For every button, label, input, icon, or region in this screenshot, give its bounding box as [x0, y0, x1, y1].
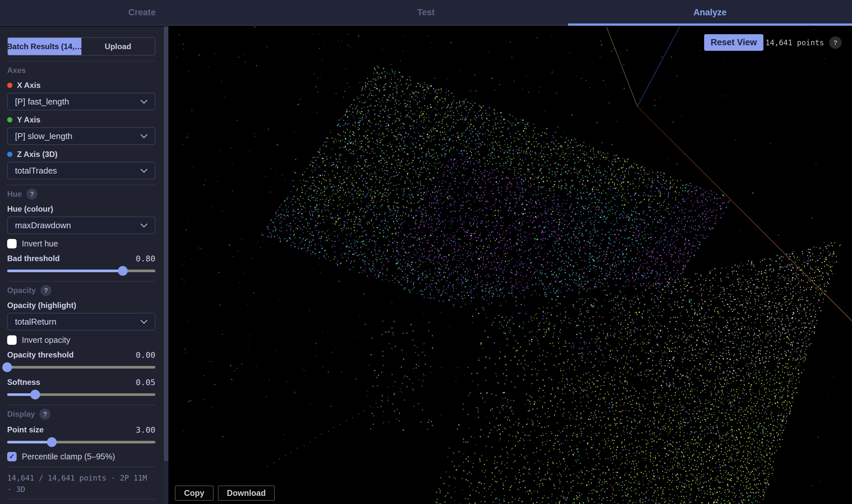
- percentile-clamp-checkbox[interactable]: [7, 452, 17, 461]
- slider-thumb[interactable]: [47, 437, 57, 447]
- percentile-clamp-label: Percentile clamp (5–95%): [22, 452, 115, 461]
- batch-results-tab[interactable]: Batch Results (14,…: [8, 38, 82, 55]
- invert-opacity-checkbox[interactable]: [7, 335, 17, 345]
- slider-thumb[interactable]: [118, 266, 128, 276]
- x-axis-select[interactable]: [P] fast_length: [7, 93, 155, 110]
- softness-label: Softness: [7, 377, 40, 387]
- point-size-value: 3.00: [136, 425, 155, 435]
- divider: [7, 185, 155, 185]
- opacity-threshold-row: Opacity threshold 0.00: [7, 350, 155, 360]
- hue-colour-label: Hue (colour): [7, 204, 155, 214]
- x-axis-label: X Axis: [17, 81, 40, 90]
- z-axis-label: Z Axis (3D): [17, 150, 57, 159]
- bad-threshold-value: 0.80: [136, 254, 155, 264]
- opacity-threshold-label: Opacity threshold: [7, 350, 74, 360]
- x-axis-value: [P] fast_length: [15, 97, 69, 107]
- chevron-down-icon: [140, 320, 147, 324]
- y-axis-label: Y Axis: [17, 115, 40, 124]
- axes-header-label: Axes: [7, 66, 26, 75]
- export-buttons: Copy Download: [175, 485, 275, 501]
- point-size-slider[interactable]: [7, 437, 155, 447]
- softness-slider[interactable]: [7, 390, 155, 399]
- top-nav: Create Test Analyze: [0, 0, 852, 26]
- tab-test[interactable]: Test: [284, 0, 568, 25]
- points-help-icon[interactable]: ?: [829, 36, 841, 49]
- opacity-header-label: Opacity: [7, 286, 36, 295]
- plot-area: Reset View 14,641 points ? Copy Download: [168, 26, 852, 504]
- y-axis-value: [P] slow_length: [15, 131, 72, 141]
- opacity-highlight-select[interactable]: totalReturn: [7, 313, 155, 330]
- invert-hue-checkbox[interactable]: [7, 239, 17, 248]
- divider: [7, 61, 155, 61]
- hue-colour-select[interactable]: maxDrawdown: [7, 217, 155, 234]
- reset-view-button[interactable]: Reset View: [704, 34, 763, 51]
- hue-colour-value: maxDrawdown: [15, 220, 71, 231]
- copy-button[interactable]: Copy: [175, 485, 214, 501]
- bad-threshold-label: Bad threshold: [7, 254, 59, 264]
- chevron-down-icon: [140, 134, 147, 138]
- invert-opacity-row[interactable]: Invert opacity: [7, 335, 155, 345]
- tab-analyze[interactable]: Analyze: [568, 0, 852, 25]
- display-section-header: Display ?: [7, 409, 155, 420]
- display-help-icon[interactable]: ?: [39, 409, 51, 420]
- percentile-clamp-row[interactable]: Percentile clamp (5–95%): [7, 452, 155, 461]
- point-size-row: Point size 3.00: [7, 425, 155, 435]
- y-axis-label-row: Y Axis: [7, 115, 155, 125]
- chevron-down-icon: [140, 100, 147, 104]
- opacity-threshold-value: 0.00: [136, 350, 155, 360]
- opacity-highlight-label: Opacity (highlight): [7, 301, 155, 310]
- slider-thumb[interactable]: [30, 390, 40, 399]
- divider: [7, 405, 155, 406]
- status-text: 14,641 / 14,641 points · 2P 11M · 3D: [7, 472, 155, 495]
- display-header-label: Display: [7, 410, 35, 419]
- y-axis-dot-icon: [7, 117, 12, 122]
- invert-hue-row[interactable]: Invert hue: [7, 239, 155, 248]
- slider-thumb[interactable]: [2, 362, 12, 372]
- opacity-highlight-value: totalReturn: [15, 317, 56, 327]
- upload-tab[interactable]: Upload: [82, 38, 155, 55]
- invert-opacity-label: Invert opacity: [22, 335, 70, 345]
- softness-row: Softness 0.05: [7, 377, 155, 387]
- z-axis-select[interactable]: totalTrades: [7, 162, 155, 179]
- download-button[interactable]: Download: [218, 485, 275, 501]
- axes-section-header: Axes: [7, 65, 155, 76]
- x-axis-label-row: X Axis: [7, 80, 155, 90]
- z-axis-value: totalTrades: [15, 166, 57, 176]
- x-axis-dot-icon: [7, 83, 12, 88]
- bad-threshold-slider[interactable]: [7, 266, 155, 276]
- hue-header-label: Hue: [7, 190, 22, 199]
- z-axis-label-row: Z Axis (3D): [7, 149, 155, 159]
- divider: [7, 499, 155, 500]
- chevron-down-icon: [140, 223, 147, 228]
- sidebar-scrollbar[interactable]: [164, 26, 168, 504]
- invert-hue-label: Invert hue: [22, 239, 58, 248]
- opacity-threshold-slider[interactable]: [7, 362, 155, 372]
- data-source-tabs: Batch Results (14,… Upload: [7, 37, 155, 56]
- app-root: Create Test Analyze Batch Results (14,… …: [0, 0, 852, 504]
- hue-help-icon[interactable]: ?: [26, 188, 37, 200]
- opacity-section-header: Opacity ?: [7, 285, 155, 296]
- sidebar: Batch Results (14,… Upload Axes X Axis […: [0, 26, 168, 504]
- scatter-plot-canvas[interactable]: [168, 26, 852, 504]
- chevron-down-icon: [140, 169, 147, 173]
- divider: [7, 281, 155, 282]
- opacity-help-icon[interactable]: ?: [40, 285, 51, 296]
- softness-value: 0.05: [136, 378, 155, 387]
- hue-section-header: Hue ?: [7, 188, 155, 200]
- tab-create[interactable]: Create: [0, 0, 284, 25]
- y-axis-select[interactable]: [P] slow_length: [7, 127, 155, 145]
- point-size-label: Point size: [7, 425, 43, 435]
- points-info: 14,641 points ?: [765, 34, 841, 51]
- scrollbar-thumb[interactable]: [164, 26, 168, 461]
- points-count-label: 14,641 points: [765, 38, 824, 47]
- bad-threshold-row: Bad threshold 0.80: [7, 254, 155, 264]
- divider: [7, 467, 155, 467]
- z-axis-dot-icon: [7, 152, 12, 157]
